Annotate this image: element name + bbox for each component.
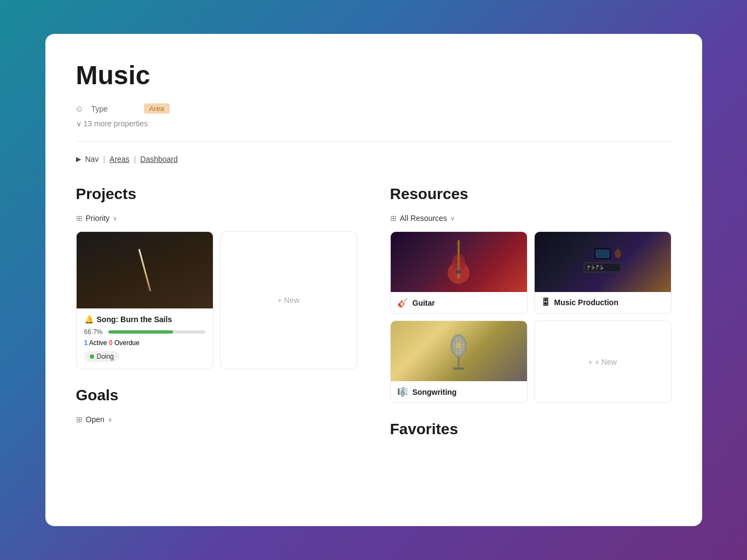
progress-row: 66.7%	[84, 328, 205, 336]
favorites-title: Favorites	[390, 421, 671, 438]
goals-filter-chevron: ∨	[108, 416, 112, 423]
project-card-icon: 🔔	[84, 315, 94, 324]
type-property-value[interactable]: Area	[144, 103, 170, 114]
goals-filter-row[interactable]: ⊞ Open ∨	[76, 415, 357, 424]
active-label: Active	[89, 339, 109, 347]
resource-card-songwriting-body: 🎼 Songwriting	[391, 381, 527, 402]
type-property-icon: ⊙	[76, 104, 83, 113]
project-card-body: 🔔 Song: Burn the Sails 66.7% 1 Active	[77, 308, 213, 369]
svg-rect-18	[595, 249, 610, 258]
status-badge: Doing	[84, 351, 119, 362]
svg-rect-20	[617, 247, 618, 254]
guitar-image	[391, 232, 527, 292]
nav-dashboard-link[interactable]: Dashboard	[140, 155, 178, 164]
progress-percent: 66.7%	[84, 328, 104, 336]
project-cards-row: 🔔 Song: Burn the Sails 66.7% 1 Active	[76, 231, 357, 369]
overdue-label: Overdue	[114, 339, 140, 347]
active-count: 1	[84, 339, 88, 347]
svg-rect-15	[600, 265, 602, 270]
mic-image	[391, 321, 527, 381]
new-resource-card[interactable]: + + New	[534, 320, 671, 403]
nav-row: ▶ Nav | Areas | Dashboard	[76, 155, 671, 164]
projects-title: Projects	[76, 185, 357, 203]
progress-bar-fill	[108, 330, 173, 334]
project-card-burn-sails[interactable]: 🔔 Song: Burn the Sails 66.7% 1 Active	[76, 231, 213, 369]
projects-filter-icon: ⊞	[76, 214, 83, 223]
svg-rect-9	[587, 265, 589, 270]
resource-card-guitar-body: 🎸 Guitar	[391, 292, 527, 313]
progress-bar-bg	[108, 330, 205, 334]
favorites-section: Favorites	[390, 421, 671, 438]
projects-filter-label: Priority	[86, 214, 110, 223]
overdue-count: 0	[109, 339, 113, 347]
resources-title: Resources	[390, 185, 671, 203]
projects-filter-row[interactable]: ⊞ Priority ∨	[76, 214, 357, 223]
chevron-down-icon: ∨	[76, 119, 82, 128]
svg-point-33	[456, 343, 461, 348]
nav-separator-1: |	[103, 155, 105, 164]
divider	[76, 141, 671, 142]
nav-separator-2: |	[134, 155, 136, 164]
svg-rect-14	[597, 265, 599, 267]
music-production-label: Music Production	[554, 298, 618, 307]
plus-icon-resource: +	[588, 358, 593, 366]
match-stick-image	[138, 249, 151, 291]
songwriting-icon: 🎼	[397, 387, 408, 397]
resources-filter-icon: ⊞	[390, 214, 397, 223]
task-counts: 1 Active 0 Overdue	[84, 339, 205, 347]
status-dot	[90, 354, 94, 359]
svg-rect-10	[588, 266, 590, 267]
new-project-label: New	[284, 296, 299, 305]
nav-label: Nav	[85, 155, 99, 164]
svg-rect-2	[458, 240, 460, 267]
nav-expand-icon[interactable]: ▶	[76, 155, 81, 163]
guitar-label: Guitar	[413, 299, 435, 307]
studio-image	[535, 232, 671, 292]
resources-section: Resources ⊞ All Resources ∨	[390, 185, 671, 449]
goals-section: Goals ⊞ Open ∨	[76, 387, 357, 424]
content-grid: Projects ⊞ Priority ∨ 🔔	[76, 185, 671, 449]
svg-rect-12	[593, 267, 594, 269]
svg-rect-32	[453, 368, 464, 370]
page-title: Music	[76, 60, 671, 90]
goals-title: Goals	[76, 387, 357, 404]
music-production-icon: 🎛	[541, 298, 550, 307]
type-property-label: Type	[91, 104, 135, 113]
songwriting-label: Songwriting	[413, 388, 457, 396]
main-card: Music ⊙ Type Area ∨ 13 more properties ▶…	[45, 34, 702, 526]
new-project-card[interactable]: + New	[220, 231, 357, 369]
resources-grid: 🎸 Guitar	[390, 231, 671, 403]
projects-section: Projects ⊞ Priority ∨ 🔔	[76, 185, 357, 449]
project-card-image	[77, 232, 213, 308]
resources-filter-chevron: ∨	[450, 215, 455, 222]
plus-icon: +	[277, 296, 282, 305]
resource-card-songwriting[interactable]: 🎼 Songwriting	[390, 320, 528, 403]
nav-areas-link[interactable]: Areas	[109, 155, 130, 164]
new-resource-label: + New	[595, 358, 617, 366]
goals-filter-label: Open	[86, 415, 105, 424]
projects-filter-chevron: ∨	[113, 215, 117, 222]
type-property-row: ⊙ Type Area	[76, 103, 671, 114]
svg-rect-31	[458, 357, 460, 368]
goals-filter-icon: ⊞	[76, 415, 83, 424]
resource-card-music-production[interactable]: 🎛 Music Production	[534, 231, 671, 314]
resource-card-guitar[interactable]: 🎸 Guitar	[390, 231, 528, 314]
resources-filter-row[interactable]: ⊞ All Resources ∨	[390, 214, 671, 223]
resources-filter-label: All Resources	[400, 214, 447, 223]
more-properties-toggle[interactable]: ∨ 13 more properties	[76, 119, 671, 128]
project-card-title: 🔔 Song: Burn the Sails	[84, 315, 205, 324]
resource-card-music-production-body: 🎛 Music Production	[535, 292, 671, 313]
svg-rect-16	[601, 267, 603, 269]
guitar-icon: 🎸	[397, 298, 408, 308]
